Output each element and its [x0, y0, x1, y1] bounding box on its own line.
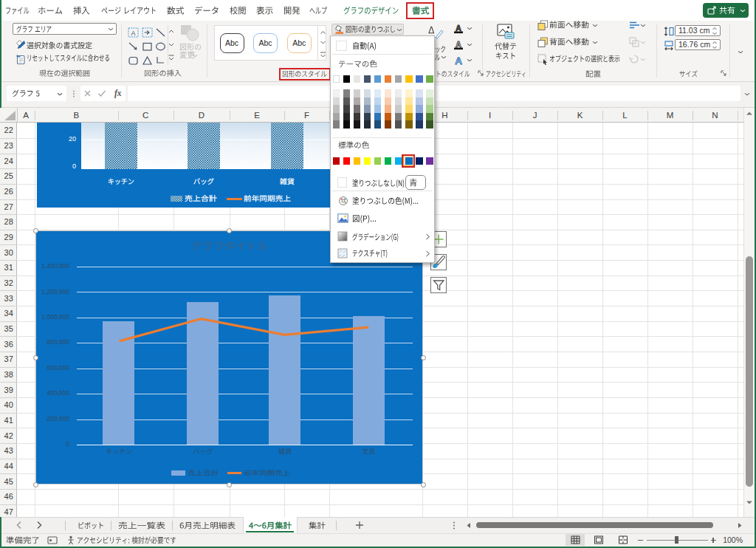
svg-text:A: A [455, 55, 462, 66]
svg-text:A: A [456, 24, 461, 32]
svg-text:A: A [131, 30, 135, 37]
svg-text:A: A [456, 39, 461, 48]
